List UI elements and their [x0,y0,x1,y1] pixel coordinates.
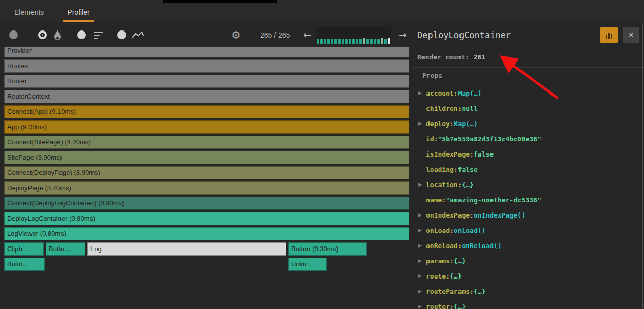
flame-bar[interactable]: Provider [4,47,409,57]
snapshot-bar[interactable] [331,39,333,44]
props-section: Props ▶account: Map(…)children: null▶dep… [412,68,644,309]
prop-row-account[interactable]: ▶account: Map(…) [417,85,644,101]
snapshot-bar[interactable] [388,38,390,44]
flame-bar[interactable]: Butto… [46,242,85,256]
prop-row-onIndexPage[interactable]: ▶onIndexPage: onIndexPage() [417,207,644,223]
prop-key: onIndexPage: [426,211,474,219]
prop-row-routeParams[interactable]: ▶routeParams: {…} [417,284,644,299]
close-button[interactable]: × [623,27,639,43]
prop-value: onLoad() [454,227,486,234]
snapshot-bar[interactable] [345,39,348,44]
expand-triangle-icon[interactable]: ▶ [417,304,426,309]
flame-bar[interactable]: Connect(SitePage) (4.20ms) [4,136,409,149]
expand-triangle-icon[interactable]: ▶ [417,273,426,279]
flame-bar[interactable]: Butto… [4,258,45,271]
snapshot-bar[interactable] [349,39,351,44]
prop-key: name: [426,196,446,204]
prop-key: router: [426,303,454,309]
expand-triangle-icon[interactable]: ▶ [417,228,426,233]
prop-value: Map(…) [458,89,482,97]
interactions-view-radio[interactable] [117,30,126,39]
flame-bar[interactable]: DeployPage (3.70ms) [4,181,409,195]
snapshot-bar[interactable] [352,39,355,44]
record-button[interactable] [9,30,18,39]
expand-triangle-icon[interactable]: ▶ [417,90,426,96]
snapshot-bar[interactable] [356,39,358,44]
prop-key: location: [426,181,462,189]
flame-bar[interactable]: Connect(DeployPage) (3.90ms) [4,166,409,179]
snapshot-bar[interactable] [377,39,380,44]
snapshot-bar[interactable] [366,39,369,44]
prop-key: children: [426,105,462,112]
component-detail-panel: DeployLogContainer × Render count: 261 P… [412,23,644,309]
ranked-view-radio[interactable] [77,30,86,39]
flame-bar[interactable]: Routes [4,59,409,73]
flame-icon[interactable] [53,29,63,43]
snapshot-bar[interactable] [370,39,373,44]
previous-snapshot-arrow[interactable]: ← [303,23,312,47]
profiler-left-column: ⚙ 265 / 265 ← → ProviderRoutesRouterRout… [0,23,412,309]
snapshot-bar[interactable] [317,39,319,44]
expand-triangle-icon[interactable]: ▶ [417,243,426,248]
snapshot-counter: 265 / 265 [260,23,290,47]
bar-chart-icon [606,35,607,39]
flame-bar[interactable]: Unkn… [288,258,327,271]
settings-gear-icon[interactable]: ⚙ [231,28,241,42]
flame-bar[interactable]: Connect(App) (9.10ms) [4,105,409,118]
snapshot-bar[interactable] [384,39,387,44]
bar-chart-icon [608,33,610,39]
flame-bar[interactable]: SitePage (3.90ms) [4,151,409,164]
prop-key: onLoad: [426,227,454,234]
render-chart-button[interactable] [600,27,618,43]
flame-bar[interactable]: Clipb… [4,242,44,256]
prop-row-router[interactable]: ▶router: {…} [417,299,644,309]
prop-row-location[interactable]: ▶location: {…} [417,177,644,192]
prop-value: Map(…) [454,120,478,128]
flame-bar[interactable]: DeployLogContainer (0.80ms) [4,212,409,225]
tab-elements-label: Elements [14,8,44,16]
snapshot-bar[interactable] [327,39,330,44]
flamegraph-view-radio[interactable] [38,30,47,39]
next-snapshot-arrow[interactable]: → [398,23,407,47]
snapshot-bar[interactable] [324,39,326,44]
prop-row-params[interactable]: ▶params: {…} [417,253,644,268]
flame-bar[interactable]: Log [87,242,286,256]
snapshot-bar[interactable] [381,38,383,44]
snapshot-bar[interactable] [334,39,337,44]
snapshot-bar[interactable] [342,39,344,44]
snapshot-minichart[interactable] [316,27,391,44]
flame-bar[interactable]: App (9.00ms) [4,120,409,134]
prop-value: "amazing-noether-dc5336" [446,196,541,204]
tab-profiler[interactable]: Profiler [67,3,89,22]
expand-triangle-icon[interactable]: ▶ [417,182,426,187]
expand-triangle-icon[interactable]: ▶ [417,121,426,126]
prop-value: onReload() [462,242,501,250]
snapshot-bar[interactable] [359,39,362,44]
prop-key: onReload: [426,242,462,250]
flame-bar[interactable]: RouterContext [4,90,409,103]
snapshot-bar[interactable] [338,39,341,44]
render-count-label: Render count: [417,53,469,61]
expand-triangle-icon[interactable]: ▶ [417,289,426,294]
ranked-chart-icon[interactable] [94,32,103,39]
prop-row-deploy[interactable]: ▶deploy: Map(…) [417,116,644,131]
prop-key: params: [426,257,454,265]
flame-bar[interactable]: Router [4,75,409,88]
prop-row-onLoad[interactable]: ▶onLoad: onLoad() [417,223,644,238]
flame-bar[interactable]: LogViewer (0.80ms) [4,227,409,240]
expand-triangle-icon[interactable]: ▶ [417,212,426,218]
flame-bar[interactable]: Connect(DeployLogContainer) (0.90ms) [4,197,409,210]
prop-row-route[interactable]: ▶route: {…} [417,268,644,284]
detail-panel-header: DeployLogContainer × [412,23,644,47]
snapshot-bar[interactable] [374,39,376,44]
prop-value: {…} [454,257,466,265]
flame-bar[interactable]: Button (0.30ms) [288,242,367,256]
tab-elements[interactable]: Elements [14,3,44,22]
scrollbar[interactable] [642,23,643,309]
component-title: DeployLogContainer [417,30,600,40]
interactions-chart-icon[interactable] [131,30,144,42]
snapshot-bar[interactable] [363,38,365,44]
expand-triangle-icon[interactable]: ▶ [417,258,426,263]
prop-row-onReload[interactable]: ▶onReload: onReload() [417,238,644,253]
snapshot-bar[interactable] [320,39,323,44]
